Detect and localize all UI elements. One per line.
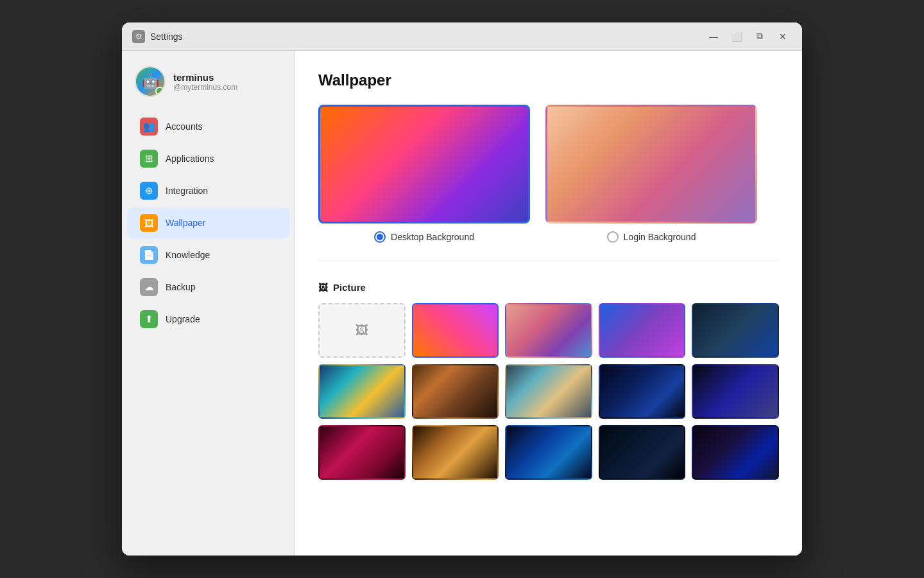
thumbnail-12[interactable] [505,425,592,480]
sidebar-item-integration[interactable]: ⊕ Integration [127,175,289,206]
thumbnail-3[interactable] [599,303,686,358]
thumbnail-6[interactable] [412,364,499,419]
login-preview-item: Login Background [545,105,757,243]
window-title: Settings [150,31,705,42]
add-icon: 🖼 [355,323,368,338]
picture-section-title: 🖼 Picture [318,282,779,293]
sidebar-item-upgrade[interactable]: ⬆ Upgrade [127,304,289,335]
sidebar-item-knowledge[interactable]: 📄 Knowledge [127,240,289,270]
main-content: 🤖 terminus @myterminus.com 👥 Accounts ⊞ [122,51,802,556]
thumbnail-2[interactable] [505,303,592,358]
picture-section: 🖼 Picture 🖼 [318,282,779,480]
integration-label: Integration [166,186,208,196]
sidebar-item-wallpaper[interactable]: 🖼 Wallpaper [127,207,289,238]
thumbnail-9[interactable] [692,364,779,419]
minimize-button[interactable]: — [705,28,723,46]
desktop-preview-item: Desktop Background [318,105,530,243]
thumbnail-13[interactable] [599,425,686,480]
wallpaper-preview: Desktop Background Login Background [318,105,779,261]
thumbnail-14[interactable] [692,425,779,480]
avatar: 🤖 [135,66,166,97]
thumbnail-11[interactable] [412,425,499,480]
thumbnail-4[interactable] [692,303,779,358]
knowledge-icon: 📄 [140,246,158,264]
user-info: terminus @myterminus.com [173,72,237,92]
applications-label: Applications [166,153,214,164]
user-profile: 🤖 terminus @myterminus.com [122,61,295,110]
sidebar-item-backup[interactable]: ☁ Backup [127,272,289,302]
upgrade-label: Upgrade [166,314,200,324]
main-panel: Wallpaper Desktop Background Login [295,51,802,556]
sidebar: 🤖 terminus @myterminus.com 👥 Accounts ⊞ [122,51,295,556]
picture-grid: 🖼 [318,303,779,480]
window-controls: — ⬜ ⧉ ✕ [705,28,792,46]
user-name: terminus [173,72,237,83]
desktop-radio-label[interactable]: Desktop Background [374,231,474,243]
thumbnail-8[interactable] [599,364,686,419]
knowledge-label: Knowledge [166,250,210,260]
titlebar: ⚙ Settings — ⬜ ⧉ ✕ [122,22,802,51]
page-title: Wallpaper [318,71,779,89]
accounts-icon: 👥 [140,118,158,136]
thumbnail-7[interactable] [505,364,592,419]
upgrade-icon: ⬆ [140,310,158,328]
close-button[interactable]: ✕ [774,28,792,46]
avatar-status-badge [155,87,164,96]
desktop-label: Desktop Background [391,232,474,242]
restore-button[interactable]: ⧉ [751,28,769,46]
desktop-background-preview[interactable] [318,105,530,223]
settings-window: ⚙ Settings — ⬜ ⧉ ✕ 🤖 terminus @myterminu… [122,22,802,556]
user-email: @myterminus.com [173,83,237,92]
desktop-radio-button[interactable] [374,231,386,243]
login-radio-label[interactable]: Login Background [607,231,696,243]
integration-icon: ⊕ [140,182,158,200]
wallpaper-icon: 🖼 [140,214,158,232]
add-wallpaper-button[interactable]: 🖼 [318,303,406,358]
login-radio-button[interactable] [607,231,619,243]
app-icon: ⚙ [132,30,145,43]
thumbnail-1[interactable] [412,303,499,358]
thumbnail-5[interactable] [318,364,406,419]
accounts-label: Accounts [166,121,203,132]
thumbnail-10[interactable] [318,425,406,480]
picture-label: Picture [333,282,366,293]
login-background-preview[interactable] [545,105,757,223]
applications-icon: ⊞ [140,150,158,168]
login-label: Login Background [624,232,696,242]
wallpaper-label: Wallpaper [166,218,206,228]
backup-icon: ☁ [140,278,158,296]
maximize-button[interactable]: ⬜ [728,28,746,46]
picture-icon: 🖼 [318,282,328,293]
sidebar-item-accounts[interactable]: 👥 Accounts [127,111,289,142]
backup-label: Backup [166,282,196,292]
sidebar-item-applications[interactable]: ⊞ Applications [127,143,289,174]
